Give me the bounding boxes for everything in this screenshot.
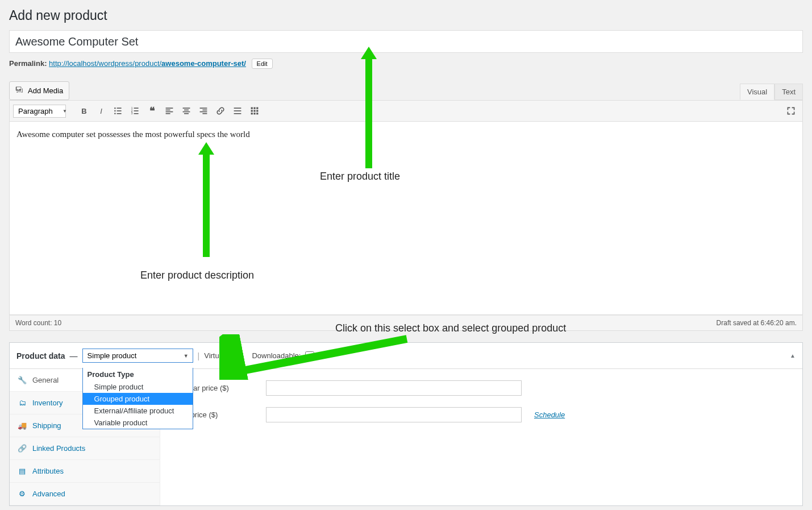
svg-rect-23	[202, 113, 207, 114]
truck-icon: 🚚	[18, 421, 27, 430]
svg-rect-25	[234, 110, 241, 111]
svg-rect-12	[166, 107, 173, 109]
align-right-button[interactable]	[195, 103, 211, 119]
regular-price-input[interactable]	[266, 380, 522, 396]
downloadable-checkbox[interactable]	[305, 351, 314, 360]
svg-rect-31	[253, 110, 255, 111]
svg-rect-15	[166, 113, 170, 114]
wrench-icon: 🔧	[18, 376, 27, 384]
bullet-list-button[interactable]	[110, 103, 126, 119]
inventory-icon: 🗂	[18, 399, 27, 407]
align-left-button[interactable]	[161, 103, 177, 119]
svg-rect-18	[183, 111, 190, 113]
permalink-link[interactable]: http://localhost/wordpress/product/aweso…	[49, 59, 246, 68]
tab-advanced[interactable]: ⚙Advanced	[10, 483, 160, 505]
svg-rect-20	[200, 107, 207, 109]
annotation-title: Enter product title	[320, 171, 400, 183]
schedule-link[interactable]: Schedule	[534, 411, 565, 419]
svg-rect-19	[184, 113, 189, 114]
svg-rect-5	[117, 113, 122, 114]
editor-content[interactable]: Awesome computer set possesses the most …	[9, 122, 803, 315]
svg-rect-26	[234, 113, 241, 114]
arrow-desc-icon	[198, 142, 214, 155]
svg-rect-14	[166, 111, 173, 113]
svg-rect-24	[234, 107, 241, 109]
tab-attributes[interactable]: ▤Attributes	[10, 460, 160, 483]
svg-point-4	[114, 113, 115, 114]
link-icon: 🔗	[18, 444, 27, 453]
panel-collapse-icon[interactable]: ▲	[790, 353, 796, 359]
option-external[interactable]: External/Affiliate product	[83, 405, 193, 417]
svg-rect-17	[184, 110, 189, 111]
page-heading: Add new product	[9, 0, 803, 30]
visual-tab[interactable]: Visual	[740, 84, 774, 100]
add-media-button[interactable]: Add Media	[9, 81, 69, 100]
toolbar-toggle-button[interactable]	[247, 103, 263, 119]
svg-rect-21	[202, 110, 207, 111]
svg-point-2	[114, 110, 115, 111]
option-simple[interactable]: Simple product	[83, 381, 193, 393]
svg-rect-3	[117, 110, 122, 111]
svg-rect-34	[253, 113, 255, 114]
text-tab[interactable]: Text	[774, 84, 803, 100]
product-type-select[interactable]: Simple product	[82, 349, 193, 363]
more-button[interactable]	[230, 103, 245, 119]
permalink-row: Permalink: http://localhost/wordpress/pr…	[9, 53, 803, 72]
svg-text:3: 3	[131, 112, 133, 115]
arrow-title-shaft	[365, 58, 372, 168]
editor-toolbar: Paragraph B I 123 ❝	[9, 100, 803, 122]
svg-rect-29	[256, 107, 258, 109]
svg-rect-1	[117, 107, 122, 109]
link-button[interactable]	[213, 103, 228, 119]
fullscreen-button[interactable]	[783, 103, 799, 119]
svg-point-0	[114, 107, 115, 109]
align-center-button[interactable]	[178, 103, 194, 119]
italic-button[interactable]: I	[93, 103, 109, 119]
product-type-dropdown: Product Type Simple product Grouped prod…	[82, 368, 193, 429]
list-icon: ▤	[18, 467, 27, 475]
product-title-input[interactable]	[9, 30, 803, 53]
panel-title: Product data	[16, 351, 65, 360]
tab-linked[interactable]: 🔗Linked Products	[10, 437, 160, 460]
format-select[interactable]: Paragraph	[13, 105, 66, 118]
editor-footer: Word count: 10 Draft saved at 6:46:20 am…	[9, 315, 803, 331]
arrow-title-icon	[361, 47, 377, 59]
svg-rect-33	[251, 113, 253, 114]
svg-rect-7	[134, 107, 139, 109]
svg-rect-32	[256, 110, 258, 111]
svg-rect-9	[134, 110, 139, 111]
arrow-desc-shaft	[203, 154, 210, 257]
svg-rect-35	[256, 113, 258, 114]
option-grouped[interactable]: Grouped product	[83, 393, 193, 405]
number-list-button[interactable]: 123	[127, 103, 143, 119]
product-data-panel: Product data — Simple product Product Ty…	[9, 342, 803, 506]
svg-rect-11	[134, 113, 139, 114]
virtual-checkbox[interactable]	[231, 351, 240, 360]
option-variable[interactable]: Variable product	[83, 417, 193, 429]
panel-header: Product data — Simple product Product Ty…	[10, 343, 802, 369]
product-fields: Regular price ($) Sale price ($) Schedul…	[160, 369, 802, 505]
editor-tabs: Visual Text	[740, 84, 803, 100]
svg-rect-16	[183, 107, 190, 109]
annotation-description: Enter product description	[140, 269, 254, 281]
sale-price-input[interactable]	[266, 407, 522, 422]
gear-icon: ⚙	[18, 490, 27, 498]
svg-rect-27	[251, 107, 253, 109]
svg-rect-22	[200, 111, 207, 113]
draft-status: Draft saved at 6:46:20 am.	[717, 319, 797, 327]
svg-rect-13	[166, 110, 170, 111]
quote-button[interactable]: ❝	[144, 103, 160, 119]
svg-rect-30	[251, 110, 253, 111]
edit-permalink-button[interactable]: Edit	[252, 59, 273, 69]
media-icon	[15, 85, 24, 96]
bold-button[interactable]: B	[76, 103, 92, 119]
svg-rect-28	[253, 107, 255, 109]
permalink-label: Permalink:	[9, 59, 47, 68]
